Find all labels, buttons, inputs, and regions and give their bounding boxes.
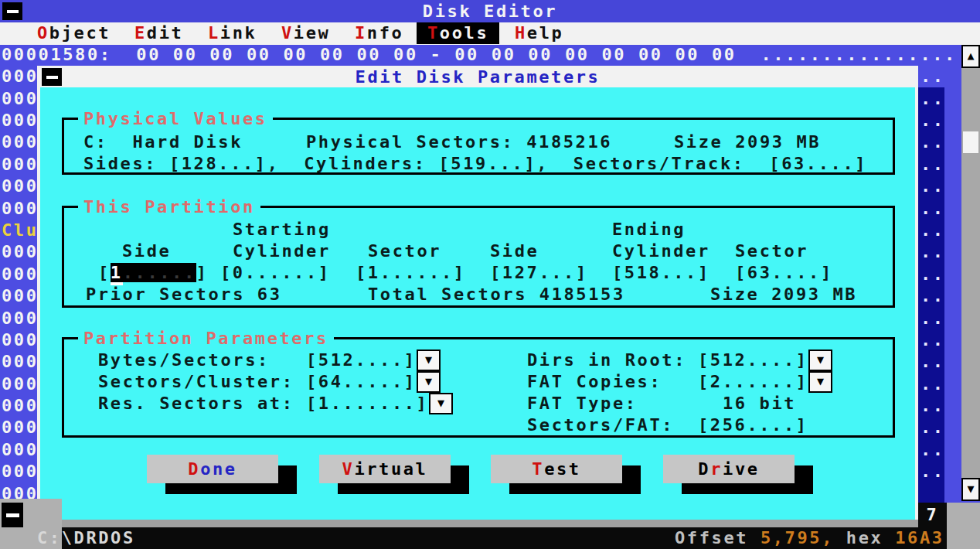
end-cylinder-header: Cylinder xyxy=(612,240,710,262)
end-sector-field[interactable]: [63....] xyxy=(735,262,833,284)
ending-header: Ending xyxy=(612,219,686,240)
partition-size-value: Size 2093 MB xyxy=(710,284,857,305)
test-button[interactable]: Test xyxy=(491,455,622,483)
drive-label: C: Hard Disk xyxy=(83,131,243,153)
end-cylinder-field[interactable]: [518...] xyxy=(612,262,710,284)
fat-copies-dropdown-button[interactable]: ▼ xyxy=(808,371,832,393)
hex-ascii-dots: .. xyxy=(920,198,945,220)
hex-left-cell: 000 xyxy=(2,110,39,131)
hex-ascii-dots: .. xyxy=(920,308,945,329)
chevron-down-icon: ▼ xyxy=(437,396,444,410)
hex-ascii-dots: .. xyxy=(920,131,945,153)
hex-ascii-dots: .. xyxy=(920,264,945,285)
start-sector-field[interactable]: [1......] xyxy=(356,262,466,284)
physical-values-title: Physical Values xyxy=(78,108,273,130)
window-titlebar: Disk Editor xyxy=(0,0,980,22)
prior-sectors-value: Prior Sectors 63 xyxy=(86,284,282,305)
bytes-per-sector-field[interactable]: [512....] xyxy=(306,350,417,371)
chevron-down-icon: ▼ xyxy=(817,353,824,367)
fat-type-value: 16 bit xyxy=(723,393,796,414)
hex-left-cell: 000 xyxy=(2,66,39,87)
done-button[interactable]: Done xyxy=(147,455,278,483)
offset-label: Offset xyxy=(675,528,761,547)
hex-ascii-dots: .. xyxy=(920,176,945,197)
menu-help[interactable]: Help xyxy=(515,22,563,44)
hex-value: 16A3 xyxy=(895,528,944,547)
virtual-button[interactable]: Virtual xyxy=(319,455,451,483)
offset-status: Offset 5,795, hex 16A3 xyxy=(675,527,944,549)
current-path: C:\DRDOS xyxy=(37,527,135,549)
hex-ascii-dots: .. xyxy=(920,88,945,110)
end-sector-header: Sector xyxy=(735,240,808,262)
reserved-sectors-dropdown-button[interactable]: ▼ xyxy=(429,393,453,414)
hex-ascii-dots: .. xyxy=(920,66,945,87)
arrow-up-icon: ▲ xyxy=(967,49,974,63)
hex-left-cell: 000 xyxy=(2,285,39,307)
hex-left-cell: 000 xyxy=(2,308,39,329)
starting-header: Starting xyxy=(233,219,331,240)
scroll-up-button[interactable]: ▲ xyxy=(961,45,980,68)
hex-label: hex xyxy=(834,528,895,547)
start-side-field[interactable]: [1......] xyxy=(98,262,209,284)
physical-sectors-value: Physical Sectors: 4185216 xyxy=(306,131,612,153)
hex-ascii-dots: .. xyxy=(920,373,945,395)
menu-edit[interactable]: Edit xyxy=(134,22,183,44)
window-resize-button[interactable] xyxy=(2,503,23,527)
hex-ascii-dots: .. xyxy=(920,241,945,263)
reserved-sectors-label: Res. Sectors at: xyxy=(98,393,294,414)
bytes-per-sector-label: Bytes/Sectors: xyxy=(98,350,270,371)
hex-left-cell: 000 xyxy=(2,88,39,110)
bottom-right-corner xyxy=(947,503,980,549)
hex-ascii-dots: .. xyxy=(920,110,945,131)
end-side-field[interactable]: [127...] xyxy=(490,262,588,284)
reserved-sectors-field[interactable]: [1.......] xyxy=(306,393,428,414)
sectors-per-fat-field[interactable]: [256....] xyxy=(698,414,808,436)
dialog-title: Edit Disk Parameters xyxy=(37,66,918,88)
hex-left-cell: 000 xyxy=(2,417,39,438)
hex-left-cell-cluster: Clu xyxy=(2,220,39,241)
fat-copies-field[interactable]: [2......] xyxy=(698,371,808,393)
drive-button[interactable]: Drive xyxy=(663,455,795,483)
arrow-down-icon: ▼ xyxy=(967,482,974,496)
hex-left-cell: 000 xyxy=(2,241,39,263)
scrollbar-thumb[interactable] xyxy=(963,131,978,153)
hex-left-cell: 000 xyxy=(2,176,39,197)
sectors-per-cluster-field[interactable]: [64.....] xyxy=(306,371,417,393)
dirs-in-root-label: Dirs in Root: xyxy=(527,350,686,371)
menu-tools[interactable]: Tools xyxy=(417,22,499,44)
hex-ascii-dots: .. xyxy=(920,417,945,438)
menu-info[interactable]: Info xyxy=(355,22,403,44)
geometry-fields[interactable]: Sides: [128...], Cylinders: [519...], Se… xyxy=(83,153,867,175)
scroll-down-button[interactable]: ▼ xyxy=(961,478,980,501)
hex-row[interactable]: 00001580: 00 00 00 00 00 00 00 00 - 00 0… xyxy=(2,44,957,66)
menu-object[interactable]: Object xyxy=(37,22,111,44)
start-cylinder-field[interactable]: [0......] xyxy=(220,262,331,284)
text-cursor: 1 xyxy=(111,263,123,285)
start-side-header: Side xyxy=(122,240,171,262)
field-selection: 1...... xyxy=(111,263,196,282)
total-sectors-value: Total Sectors 4185153 xyxy=(368,284,625,305)
row-indicator: 7 xyxy=(918,504,947,526)
hex-left-cell: 000 xyxy=(2,131,39,153)
dirs-in-root-dropdown-button[interactable]: ▼ xyxy=(808,350,832,371)
hex-left-cell: 000 xyxy=(2,351,39,373)
hex-ascii-dots: .. xyxy=(920,220,945,241)
sectors-per-cluster-dropdown-button[interactable]: ▼ xyxy=(417,371,441,393)
chevron-down-icon: ▼ xyxy=(817,374,824,388)
hex-ascii-dots: .. xyxy=(920,395,945,417)
end-side-header: Side xyxy=(490,240,539,262)
start-cylinder-header: Cylinder xyxy=(233,240,331,262)
menu-link[interactable]: Link xyxy=(208,22,257,44)
hex-left-cell: 000 xyxy=(2,461,39,483)
chevron-down-icon: ▼ xyxy=(425,374,432,388)
resize-dash-icon xyxy=(6,513,19,517)
dirs-in-root-field[interactable]: [512....] xyxy=(698,350,808,371)
hex-ascii-dots: .. xyxy=(920,461,945,483)
fat-type-label: FAT Type: xyxy=(527,393,638,414)
menu-view[interactable]: View xyxy=(281,22,330,44)
vertical-scrollbar-track[interactable] xyxy=(961,45,980,501)
bytes-per-sector-dropdown-button[interactable]: ▼ xyxy=(417,350,441,371)
disk-editor-app: Disk Editor Object Edit Link View Info T… xyxy=(0,0,980,549)
window-title: Disk Editor xyxy=(0,1,980,22)
hex-ascii-dots: .. xyxy=(920,351,945,373)
